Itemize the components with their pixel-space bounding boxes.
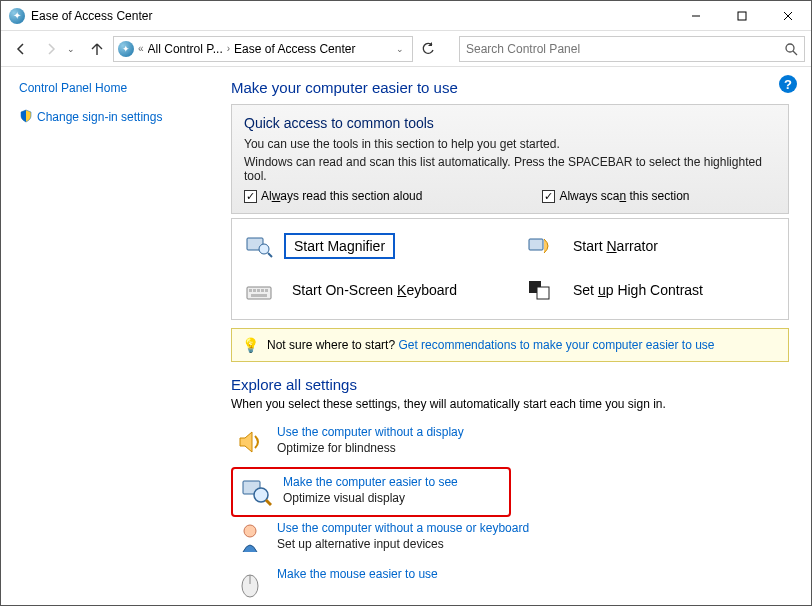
setting-sub: Optimize for blindness [277,441,464,455]
person-icon [233,521,267,555]
sidebar: Control Panel Home Change sign-in settin… [1,67,221,605]
svg-rect-16 [251,294,267,297]
search-input[interactable] [466,42,784,56]
breadcrumb-page[interactable]: Ease of Access Center [234,42,355,56]
contrast-icon [525,277,555,303]
forward-button[interactable] [37,35,65,63]
setting-mouse-easier: Make the mouse easier to use [231,563,789,605]
start-magnifier[interactable]: Start Magnifier [244,233,495,259]
setting-link[interactable]: Make the mouse easier to use [277,567,438,581]
speaker-icon [233,425,267,459]
svg-line-21 [266,500,271,505]
setting-without-display: Use the computer without a display Optim… [231,421,789,467]
refresh-button[interactable] [421,42,445,56]
search-icon[interactable] [784,42,798,56]
svg-rect-1 [738,12,746,20]
svg-rect-18 [537,287,549,299]
setting-sub: Optimize visual display [283,491,458,505]
explore-desc: When you select these settings, they wil… [231,397,789,411]
svg-point-4 [786,44,794,52]
setting-link[interactable]: Use the computer without a display [277,425,464,439]
svg-point-20 [254,488,268,502]
setting-without-mouse-keyboard: Use the computer without a mouse or keyb… [231,517,789,563]
up-button[interactable] [83,35,111,63]
svg-line-5 [793,51,797,55]
content: ? Make your computer easier to use Quick… [221,67,811,605]
checkbox-icon: ✓ [244,190,257,203]
shield-icon [19,109,33,123]
svg-rect-12 [253,289,256,292]
always-read-checkbox[interactable]: ✓ Always read this section aloud [244,189,422,203]
titlebar: ✦ Ease of Access Center [1,1,811,31]
setting-sub: Set up alternative input devices [277,537,529,551]
location-icon: ✦ [118,41,134,57]
svg-point-22 [244,525,256,537]
svg-rect-15 [265,289,268,292]
breadcrumb[interactable]: ✦ « All Control P... › Ease of Access Ce… [113,36,413,62]
magnifier-display-icon [239,475,273,509]
setting-link[interactable]: Make the computer easier to see [283,475,458,489]
close-button[interactable] [765,1,811,31]
start-osk[interactable]: Start On-Screen Keyboard [244,277,495,303]
keyboard-icon [244,277,274,303]
app-icon: ✦ [9,8,25,24]
control-panel-home-link[interactable]: Control Panel Home [19,81,213,95]
back-button[interactable] [7,35,35,63]
chevron-icon: « [136,43,146,54]
quick-access-box: Quick access to common tools You can use… [231,104,789,214]
setup-high-contrast[interactable]: Set up High Contrast [525,277,776,303]
narrator-icon [525,233,555,259]
search-box[interactable] [459,36,805,62]
explore-heading: Explore all settings [231,376,789,393]
help-icon[interactable]: ? [779,75,797,93]
breadcrumb-dropdown[interactable]: ⌄ [392,44,408,54]
svg-rect-9 [529,239,543,250]
svg-rect-13 [257,289,260,292]
magnifier-icon [244,233,274,259]
svg-rect-11 [249,289,252,292]
recent-dropdown[interactable]: ⌄ [67,44,81,54]
mouse-icon [233,567,267,601]
quick-line1: You can use the tools in this section to… [244,137,776,151]
svg-line-8 [268,253,272,257]
svg-rect-10 [247,287,271,299]
setting-link[interactable]: Use the computer without a mouse or keyb… [277,521,529,535]
change-signin-link[interactable]: Change sign-in settings [19,109,213,124]
page-title: Make your computer easier to use [231,79,789,96]
recommendations-hint: 💡 Not sure where to start? Get recommend… [231,328,789,362]
always-scan-checkbox[interactable]: ✓ Always scan this section [542,189,689,203]
quick-line2: Windows can read and scan this list auto… [244,155,776,183]
svg-point-7 [259,244,269,254]
recommendations-link[interactable]: Get recommendations to make your compute… [398,338,714,352]
breadcrumb-root[interactable]: All Control P... [148,42,223,56]
checkbox-icon: ✓ [542,190,555,203]
lightbulb-icon: 💡 [242,337,259,353]
maximize-button[interactable] [719,1,765,31]
svg-rect-14 [261,289,264,292]
start-narrator[interactable]: Start Narrator [525,233,776,259]
navbar: ⌄ ✦ « All Control P... › Ease of Access … [1,31,811,67]
quick-heading: Quick access to common tools [244,115,776,131]
window-title: Ease of Access Center [31,9,152,23]
tools-box: Start Magnifier Start Narrator Start On-… [231,218,789,320]
chevron-right-icon: › [225,43,232,54]
setting-easier-to-see: Make the computer easier to see Optimize… [231,467,511,517]
hint-text: Not sure where to start? [267,338,398,352]
minimize-button[interactable] [673,1,719,31]
